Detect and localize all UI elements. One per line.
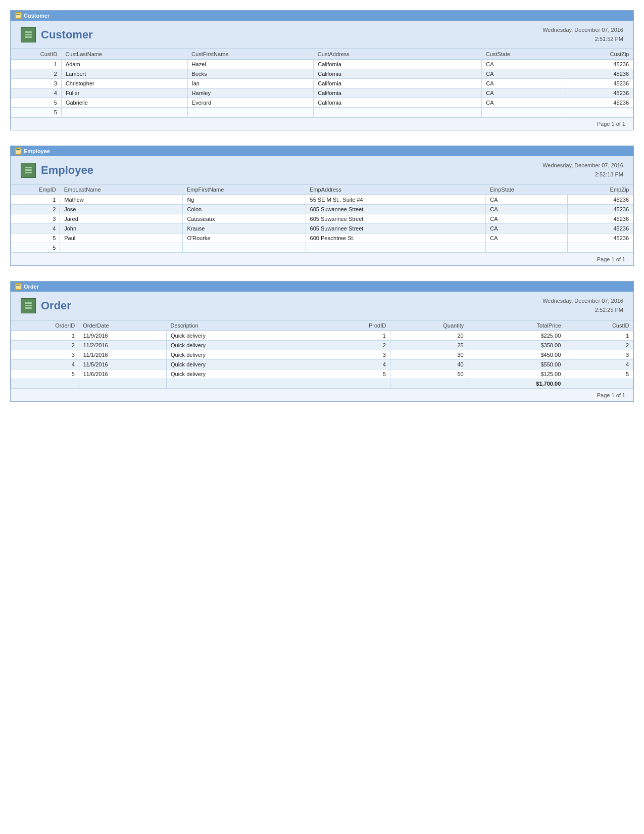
cell-description: Quick delivery (167, 369, 322, 379)
cell-empfirstname: Causseaux (183, 214, 306, 224)
cell-orderid: 5 (11, 369, 79, 379)
svg-rect-13 (25, 172, 32, 173)
cell-empstate: CA (486, 205, 568, 214)
cell-empstate: CA (486, 224, 568, 234)
svg-rect-18 (25, 302, 32, 304)
new-row-empty-1 (61, 108, 187, 117)
col-orderid: OrderID (11, 320, 79, 331)
order-report-icon (21, 298, 36, 313)
cell-custaddress: California (314, 79, 482, 88)
svg-rect-11 (25, 167, 32, 168)
col-orderdate: OrderDate (79, 320, 166, 331)
cell-emplastname: Jared (60, 214, 183, 224)
employee-title-bar: Employee (11, 146, 633, 156)
svg-rect-19 (25, 305, 32, 306)
col-empzip: EmpZip (568, 184, 633, 195)
cell-empzip: 45236 (568, 214, 633, 224)
cell-empstate: CA (486, 214, 568, 224)
cell-custid: 5 (565, 369, 633, 379)
employee-report-header: Employee Wednesday, December 07, 2016 2:… (11, 156, 633, 184)
customer-title-bar: Customer (11, 11, 633, 21)
cell-totalprice: $350.00 (468, 340, 565, 350)
total-empty-last (565, 379, 633, 388)
order-time: 2:52:25 PM (542, 306, 623, 315)
svg-rect-2 (16, 14, 20, 15)
table-row: 311/1/2016Quick delivery330$450.003 (11, 350, 633, 359)
table-row: 2JoseColon605 Suwannee StreetCA45236 (11, 205, 633, 214)
col-quantity: Quantity (390, 320, 468, 331)
col-totalprice: TotalPrice (468, 320, 565, 331)
table-row: 3ChristopherIanCaliforniaCA45236 (11, 79, 633, 88)
svg-rect-16 (16, 285, 20, 286)
new-row-empty-5 (566, 108, 633, 117)
cell-prodid: 5 (322, 369, 390, 379)
employee-report-inner: Employee Wednesday, December 07, 2016 2:… (11, 156, 633, 265)
order-col-headers: OrderID OrderDate Description ProdID Qua… (11, 320, 633, 331)
employee-page-footer: Page 1 of 1 (11, 253, 633, 265)
employee-report-title: Employee (41, 164, 93, 177)
new-row-id: 5 (11, 108, 62, 117)
order-report-header: Order Wednesday, December 07, 2016 2:52:… (11, 292, 633, 320)
cell-empid: 3 (11, 214, 60, 224)
table-row: 4JohnKrause605 Suwannee StreetCA45236 (11, 224, 633, 234)
cell-custzip: 45236 (566, 60, 633, 69)
order-page-footer: Page 1 of 1 (11, 389, 633, 401)
total-empty-0 (11, 379, 79, 388)
cell-custaddress: California (314, 98, 482, 108)
order-db-icon (23, 300, 34, 311)
table-row: 1AdamHazelCaliforniaCA45236 (11, 60, 633, 69)
col-empaddress: EmpAddress (306, 184, 486, 195)
cell-custzip: 45236 (566, 98, 633, 108)
new-row-id: 5 (11, 243, 60, 253)
employee-rows: 1MathewNg55 SE M St., Suite #4CA452362Jo… (11, 195, 633, 253)
cell-custlastname: Fuller (61, 88, 187, 98)
cell-quantity: 30 (390, 350, 468, 359)
cell-orderdate: 11/5/2016 (79, 359, 166, 369)
total-empty-4 (390, 379, 468, 388)
customer-report-title: Customer (41, 28, 93, 41)
customer-header-left: Customer (21, 27, 542, 42)
cell-custaddress: California (314, 60, 482, 69)
employee-date: Wednesday, December 07, 2016 (542, 161, 623, 170)
cell-custid: 3 (565, 350, 633, 359)
cell-empaddress: 605 Suwannee Street (306, 224, 486, 234)
table-row: 211/2/2016Quick delivery225$350.002 (11, 340, 633, 350)
total-price: $1,700.00 (468, 379, 565, 388)
customer-report-datetime: Wednesday, December 07, 2016 2:51:52 PM (542, 26, 623, 43)
cell-empid: 4 (11, 224, 60, 234)
total-empty-3 (322, 379, 390, 388)
table-row: 1MathewNg55 SE M St., Suite #4CA45236 (11, 195, 633, 205)
cell-custfirstname: Hamley (187, 88, 314, 98)
customer-col-headers: CustID CustLastName CustFirstName CustAd… (11, 49, 633, 60)
customer-time: 2:51:52 PM (542, 35, 623, 44)
cell-description: Quick delivery (167, 359, 322, 369)
order-rows: 111/9/2016Quick delivery120$225.001211/2… (11, 331, 633, 388)
col-custzip: CustZip (566, 49, 633, 60)
cell-custfirstname: Everard (187, 98, 314, 108)
cell-orderdate: 11/2/2016 (79, 340, 166, 350)
order-tab-label: Order (24, 284, 39, 290)
order-date: Wednesday, December 07, 2016 (542, 297, 623, 306)
cell-custstate: CA (482, 88, 566, 98)
col-empid: EmpID (11, 184, 60, 195)
cell-empzip: 45236 (568, 195, 633, 205)
cell-custstate: CA (482, 60, 566, 69)
cell-custid: 2 (11, 69, 62, 79)
cell-empaddress: 600 Peachtree St. (306, 234, 486, 243)
cell-empid: 1 (11, 195, 60, 205)
cell-orderdate: 11/9/2016 (79, 331, 166, 340)
cell-orderdate: 11/1/2016 (79, 350, 166, 359)
cell-orderid: 1 (11, 331, 79, 340)
col-custlastname: CustLastName (61, 49, 187, 60)
svg-rect-20 (25, 307, 32, 309)
cell-quantity: 50 (390, 369, 468, 379)
table-row: 111/9/2016Quick delivery120$225.001 (11, 331, 633, 340)
order-section: Order Order Wednesday, December 07, 2016… (10, 281, 634, 401)
employee-header-left: Employee (21, 163, 542, 178)
order-table: OrderID OrderDate Description ProdID Qua… (11, 320, 633, 389)
table-row: 5GabrielleEverardCaliforniaCA45236 (11, 98, 633, 108)
col-custaddress: CustAddress (314, 49, 482, 60)
employee-col-headers: EmpID EmpLastName EmpFirstName EmpAddres… (11, 184, 633, 195)
table-row: 3JaredCausseaux605 Suwannee StreetCA4523… (11, 214, 633, 224)
customer-tab-label: Customer (24, 13, 49, 19)
